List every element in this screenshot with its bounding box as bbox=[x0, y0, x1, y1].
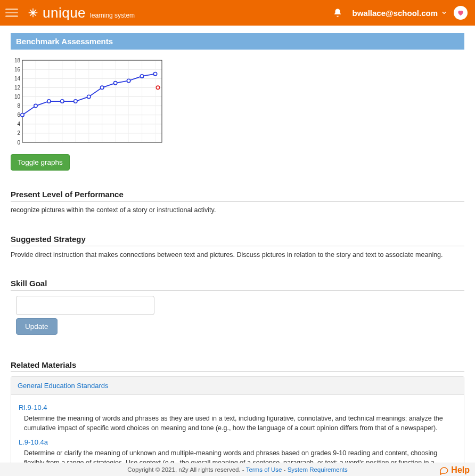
svg-text:8: 8 bbox=[17, 103, 20, 109]
avatar[interactable] bbox=[454, 6, 468, 20]
svg-point-41 bbox=[74, 100, 77, 103]
svg-text:16: 16 bbox=[14, 67, 21, 72]
benchmark-chart: 024681012141618 bbox=[11, 57, 464, 148]
svg-text:10: 10 bbox=[14, 94, 21, 100]
svg-point-38 bbox=[34, 104, 37, 107]
heart-icon bbox=[457, 9, 464, 17]
strategy-heading: Suggested Strategy bbox=[11, 235, 464, 246]
svg-point-48 bbox=[156, 86, 159, 89]
svg-point-43 bbox=[101, 86, 104, 89]
skill-goal-heading: Skill Goal bbox=[11, 279, 464, 291]
svg-text:6: 6 bbox=[17, 112, 20, 118]
svg-point-39 bbox=[47, 100, 51, 103]
benchmark-title: Benchmark Assessments bbox=[11, 33, 464, 50]
svg-point-45 bbox=[127, 79, 130, 82]
snowflake-icon bbox=[28, 7, 38, 18]
svg-point-44 bbox=[113, 82, 117, 85]
footer: Copyright © 2021, n2y All rights reserve… bbox=[0, 463, 475, 476]
standard-code[interactable]: RI.9-10.4 bbox=[19, 404, 456, 412]
related-materials-heading: Related Materials bbox=[11, 360, 464, 372]
svg-text:0: 0 bbox=[17, 140, 20, 146]
notifications-icon[interactable] bbox=[333, 8, 342, 18]
toggle-graphs-button[interactable]: Toggle graphs bbox=[11, 154, 70, 171]
chevron-down-icon[interactable] bbox=[441, 10, 447, 16]
svg-text:2: 2 bbox=[17, 130, 20, 136]
svg-text:4: 4 bbox=[17, 121, 20, 127]
hamburger-menu-icon[interactable] bbox=[5, 8, 18, 18]
present-level-heading: Present Level of Performance bbox=[11, 190, 464, 201]
svg-point-42 bbox=[87, 95, 91, 98]
standard-code[interactable]: L.9-10.4a bbox=[19, 438, 456, 446]
standard-desc: Determine the meaning of words and phras… bbox=[24, 414, 456, 433]
svg-rect-36 bbox=[22, 60, 162, 142]
svg-text:12: 12 bbox=[14, 85, 21, 91]
brand: unique learning system bbox=[28, 5, 135, 21]
standards-panel: General Education Standards RI.9-10.4Det… bbox=[11, 376, 464, 476]
footer-copyright: Copyright © 2021, n2y All rights reserve… bbox=[127, 466, 245, 473]
help-button[interactable]: Help bbox=[439, 465, 470, 475]
svg-text:14: 14 bbox=[14, 76, 21, 82]
help-label: Help bbox=[451, 465, 470, 475]
brand-sub: learning system bbox=[90, 12, 135, 19]
present-level-text: recognize pictures within the context of… bbox=[11, 206, 464, 215]
update-button[interactable]: Update bbox=[16, 318, 58, 335]
chat-icon bbox=[439, 465, 449, 475]
standards-panel-title[interactable]: General Education Standards bbox=[11, 377, 464, 395]
footer-sysreq-link[interactable]: System Requirements bbox=[288, 466, 348, 473]
svg-point-37 bbox=[21, 113, 24, 116]
footer-terms-link[interactable]: Terms of Use bbox=[246, 466, 282, 473]
brand-main: unique bbox=[43, 5, 86, 21]
svg-point-4 bbox=[32, 12, 34, 14]
user-email[interactable]: bwallace@school.com bbox=[352, 9, 438, 18]
svg-point-47 bbox=[153, 72, 157, 75]
svg-text:18: 18 bbox=[14, 58, 21, 63]
svg-point-40 bbox=[61, 100, 64, 103]
svg-point-46 bbox=[140, 75, 143, 78]
skill-goal-input[interactable] bbox=[16, 296, 154, 315]
footer-sep: - bbox=[284, 466, 288, 473]
topbar: unique learning system bwallace@school.c… bbox=[0, 0, 475, 26]
strategy-text: Provide direct instruction that makes co… bbox=[11, 251, 464, 260]
